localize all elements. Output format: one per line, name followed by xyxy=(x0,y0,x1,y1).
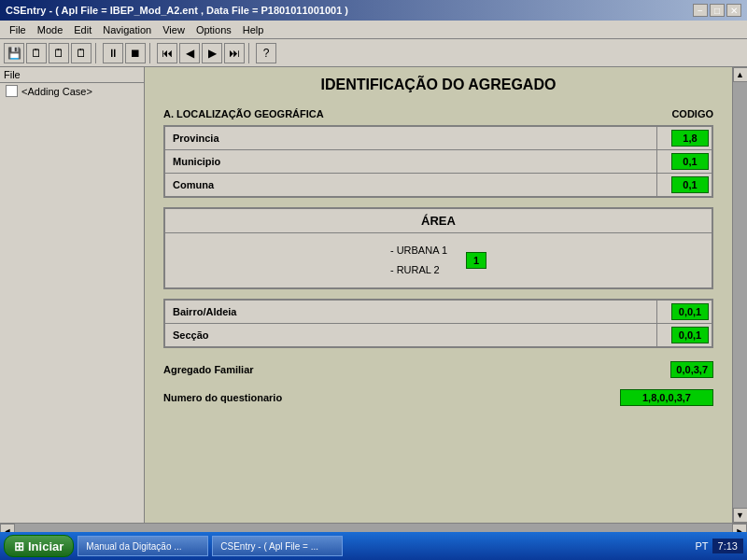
title-bar-text: CSEntry - ( Apl File = IBEP_Mod_A2.ent ,… xyxy=(6,5,348,16)
taskbar-item-manual[interactable]: Manual da Digitação ... xyxy=(78,536,208,556)
provincia-value-cell: 1,8 xyxy=(656,126,712,150)
menu-view[interactable]: View xyxy=(157,23,190,36)
municipio-value-cell: 0,1 xyxy=(656,150,712,174)
section-a-label: A. LOCALIZAÇÃO GEOGRÁFICA xyxy=(163,108,324,119)
sidebar: File <Adding Case> xyxy=(0,67,145,523)
table-row: Secção 0,0,1 xyxy=(164,323,712,347)
area-table: ÁREA - URBANA 1 - RURAL 2 1 xyxy=(163,207,713,289)
section-a-header: A. LOCALIZAÇÃO GEOGRÁFICA CODIGO xyxy=(163,108,713,119)
section2-table: Bairro/Aldeia 0,0,1 Secção 0,0,1 xyxy=(163,299,713,348)
toolbar-sep1 xyxy=(95,43,99,63)
toolbar-prev-btn[interactable]: ◀ xyxy=(179,43,200,63)
numerario-code-box[interactable]: 1,8,0,0,3,7 xyxy=(620,389,713,406)
menu-help[interactable]: Help xyxy=(237,23,270,36)
menu-navigation[interactable]: Navigation xyxy=(97,23,157,36)
right-scrollbar: ▲ ▼ xyxy=(732,67,747,523)
toolbar-pause-btn[interactable]: ⏸ xyxy=(103,43,123,63)
sidebar-checkbox[interactable] xyxy=(6,85,18,97)
menu-mode[interactable]: Mode xyxy=(32,23,69,36)
scroll-up-btn[interactable]: ▲ xyxy=(733,67,748,82)
numerario-label: Numero do questionario xyxy=(163,392,282,403)
toolbar-btn3[interactable]: 🗒 xyxy=(49,43,69,63)
municipio-label: Municipio xyxy=(164,150,656,174)
table-row: Municipio 0,1 xyxy=(164,150,712,174)
taskbar-pt-label: PT xyxy=(696,540,709,552)
toolbar-stop-btn[interactable]: ⏹ xyxy=(125,43,146,63)
taskbar: ⊞ Iniciar Manual da Digitação ... CSEntr… xyxy=(0,532,747,560)
area-title: ÁREA xyxy=(164,208,712,233)
title-bar-buttons: − □ ✕ xyxy=(693,4,741,17)
municipio-code-box[interactable]: 0,1 xyxy=(671,153,709,170)
agregado-row: Agregado Familiar 0,0,3,7 xyxy=(163,357,713,382)
toolbar-last-btn[interactable]: ⏭ xyxy=(224,43,245,63)
taskbar-item-manual-label: Manual da Digitação ... xyxy=(86,541,181,552)
toolbar-save-btn[interactable]: 💾 xyxy=(4,43,24,63)
table-row: Comuna 0,1 xyxy=(164,174,712,198)
comuna-code-box[interactable]: 0,1 xyxy=(671,176,709,193)
provincia-code-box[interactable]: 1,8 xyxy=(671,130,709,147)
seccao-label: Secção xyxy=(164,323,656,347)
section-a-table: Provincia 1,8 Municipio 0,1 Comuna 0,1 xyxy=(163,125,713,198)
content-area: IDENTIFICAÇÃO DO AGREGADO A. LOCALIZAÇÃO… xyxy=(145,67,732,523)
bairro-code-box[interactable]: 0,0,1 xyxy=(671,303,709,320)
toolbar-help-btn[interactable]: ? xyxy=(256,43,276,63)
close-button[interactable]: ✕ xyxy=(726,4,741,17)
menu-options[interactable]: Options xyxy=(190,23,237,36)
rural-option: - RURAL 2 xyxy=(390,260,447,280)
form-title: IDENTIFICAÇÃO DO AGREGADO xyxy=(163,77,713,93)
menu-edit[interactable]: Edit xyxy=(68,23,97,36)
seccao-code-box[interactable]: 0,0,1 xyxy=(671,327,709,343)
taskbar-item-csentry-label: CSEntry - ( Apl File = ... xyxy=(220,541,318,552)
main-layout: File <Adding Case> IDENTIFICAÇÃO DO AGRE… xyxy=(0,67,747,523)
toolbar: 💾 🗒 🗒 🗒 ⏸ ⏹ ⏮ ◀ ▶ ⏭ ? xyxy=(0,39,747,67)
urbana-option: - URBANA 1 xyxy=(390,241,447,260)
taskbar-item-csentry[interactable]: CSEntry - ( Apl File = ... xyxy=(212,536,343,556)
toolbar-sep2 xyxy=(149,43,153,63)
taskbar-clock: 7:13 xyxy=(712,539,743,553)
agregado-code-box[interactable]: 0,0,3,7 xyxy=(670,361,713,378)
area-options-row: - URBANA 1 - RURAL 2 1 xyxy=(164,233,712,288)
toolbar-btn4[interactable]: 🗒 xyxy=(71,43,92,63)
bairro-value-cell: 0,0,1 xyxy=(656,300,712,324)
menu-bar: File Mode Edit Navigation View Options H… xyxy=(0,21,747,39)
codigo-label: CODIGO xyxy=(671,108,713,119)
comuna-value-cell: 0,1 xyxy=(656,174,712,198)
table-row: Provincia 1,8 xyxy=(164,126,712,150)
seccao-value-cell: 0,0,1 xyxy=(656,323,712,347)
toolbar-next-btn[interactable]: ▶ xyxy=(202,43,222,63)
area-options-text: - URBANA 1 - RURAL 2 xyxy=(390,241,447,280)
sidebar-header: File xyxy=(0,67,144,83)
provincia-label: Provincia xyxy=(164,126,656,150)
minimize-button[interactable]: − xyxy=(693,4,708,17)
numerario-row: Numero do questionario 1,8,0,0,3,7 xyxy=(163,385,713,410)
maximize-button[interactable]: □ xyxy=(710,4,725,17)
title-bar: CSEntry - ( Apl File = IBEP_Mod_A2.ent ,… xyxy=(0,0,747,21)
area-options-cell: - URBANA 1 - RURAL 2 1 xyxy=(164,233,712,288)
toolbar-btn2[interactable]: 🗒 xyxy=(26,43,47,63)
menu-file[interactable]: File xyxy=(4,23,32,36)
comuna-label: Comuna xyxy=(164,174,656,198)
taskbar-right: PT 7:13 xyxy=(696,539,743,553)
toolbar-sep3 xyxy=(248,43,252,63)
scroll-down-btn[interactable]: ▼ xyxy=(733,508,748,523)
toolbar-first-btn[interactable]: ⏮ xyxy=(157,43,177,63)
start-button[interactable]: ⊞ Iniciar xyxy=(4,535,74,557)
sidebar-item-label: <Adding Case> xyxy=(21,86,92,97)
bairro-label: Bairro/Aldeia xyxy=(164,300,656,324)
start-label: Iniciar xyxy=(28,539,63,553)
area-header-row: ÁREA xyxy=(164,208,712,233)
scroll-track[interactable] xyxy=(733,82,748,508)
windows-icon: ⊞ xyxy=(14,539,24,553)
agregado-label: Agregado Familiar xyxy=(163,364,254,375)
area-value-box[interactable]: 1 xyxy=(466,252,486,269)
sidebar-item-adding-case[interactable]: <Adding Case> xyxy=(0,83,144,99)
table-row: Bairro/Aldeia 0,0,1 xyxy=(164,300,712,324)
